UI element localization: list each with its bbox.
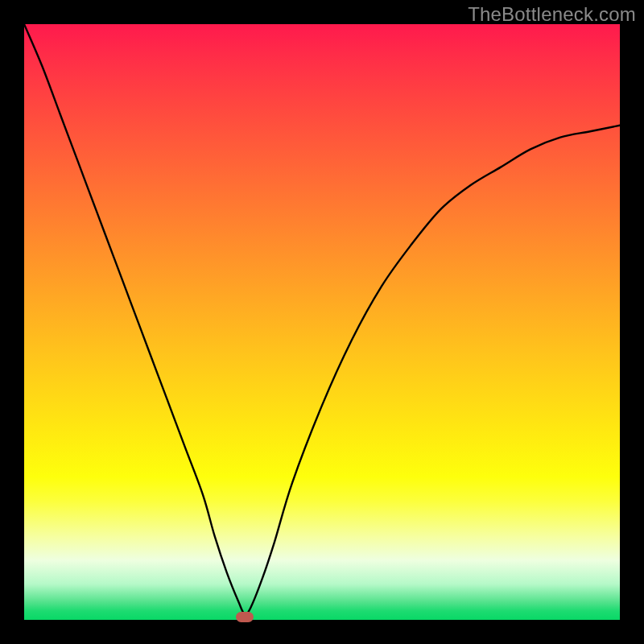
bottleneck-curve-svg <box>24 24 620 620</box>
optimal-marker <box>236 612 254 622</box>
watermark-text: TheBottleneck.com <box>468 3 636 26</box>
chart-area <box>24 24 620 620</box>
bottleneck-curve-path <box>24 24 620 614</box>
